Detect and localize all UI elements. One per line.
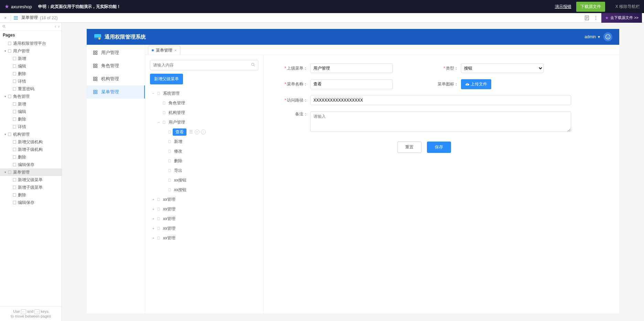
path-input[interactable]	[310, 95, 571, 105]
more-icon[interactable]	[593, 15, 599, 21]
page-tree-item[interactable]: 重置密码	[0, 85, 62, 93]
page-tree-item[interactable]: 删除	[0, 70, 62, 77]
doc-icon	[157, 92, 160, 95]
menu-tree-node[interactable]: 角色管理	[150, 98, 258, 108]
page-tree-label: 角色管理	[13, 93, 30, 100]
svg-rect-9	[13, 72, 16, 75]
new-parent-menu-button[interactable]: 新增父级菜单	[150, 74, 183, 84]
menu-tree-node[interactable]: 修改	[150, 146, 258, 156]
menu-tree-node[interactable]: −系统管理	[150, 89, 258, 98]
page-tree-item[interactable]: 编辑	[0, 108, 62, 115]
page-tree-item[interactable]: ▾角色管理	[0, 93, 62, 100]
brand-logo[interactable]: axureshop	[4, 4, 32, 9]
remove-nav-link[interactable]: X 移除导航栏	[615, 4, 640, 10]
add-icon[interactable]: +	[195, 130, 200, 134]
page-tree-label: 新增父级机构	[18, 138, 43, 146]
avatar[interactable]	[603, 32, 612, 41]
page-tree-item[interactable]: 编辑	[0, 62, 62, 70]
expand-icon[interactable]: +	[151, 207, 155, 211]
expand-icon[interactable]: +	[151, 236, 155, 240]
menu-tree-label: xx管理	[162, 225, 177, 232]
type-select[interactable]: 按钮	[461, 63, 544, 73]
menu-tree-node[interactable]: 新增	[150, 137, 258, 146]
page-tree-item[interactable]: 新增	[0, 100, 62, 108]
tab-close-icon[interactable]: ×	[174, 48, 176, 52]
star-icon	[605, 16, 609, 20]
parent-menu-input[interactable]	[310, 63, 393, 73]
menu-tree-node[interactable]: 导出	[150, 166, 258, 175]
page-tree-item[interactable]: 详情	[0, 123, 62, 131]
page-tree-item[interactable]: ▾用户管理	[0, 47, 62, 55]
tree-search-input[interactable]	[150, 60, 258, 70]
page-tree-item[interactable]: 通用权限管理平台	[0, 40, 62, 47]
page-tree-item[interactable]: 新增子级机构	[0, 146, 62, 153]
sidenav-item[interactable]: 机构管理	[87, 72, 145, 85]
report-link[interactable]: 演示报错	[555, 4, 571, 10]
page-tree-item[interactable]: ▾菜单管理	[0, 168, 62, 176]
menu-tree-node[interactable]: xx按钮	[150, 185, 258, 195]
menu-name-input[interactable]	[310, 80, 393, 89]
page-tree-label: 编辑	[18, 62, 26, 70]
download-source-button[interactable]: 下载源文件	[576, 2, 605, 12]
page-tree-label: 新增父级菜单	[18, 176, 43, 184]
search-icon[interactable]	[2, 24, 6, 29]
page-tree-item[interactable]: 新增	[0, 55, 62, 62]
prev-page-icon[interactable]: ‹	[55, 24, 56, 29]
note-icon[interactable]	[584, 15, 590, 21]
sidenav-item[interactable]: 角色管理	[87, 59, 145, 72]
menu-tree-label: xx按钮	[173, 177, 188, 184]
footer-text: to move between pages	[3, 314, 59, 318]
expand-icon[interactable]: −	[151, 92, 155, 95]
menu-tree-node[interactable]: +xx管理	[150, 214, 258, 224]
expand-icon[interactable]: +	[151, 217, 155, 221]
drag-icon[interactable]: ☰	[189, 130, 193, 134]
page-tree-item[interactable]: 删除	[0, 153, 62, 161]
page-tree-item[interactable]: 新增子级菜单	[0, 184, 62, 191]
page-tree-item[interactable]: 详情	[0, 77, 62, 85]
menu-tree-node[interactable]: −用户管理	[150, 117, 258, 127]
page-icon	[8, 49, 12, 53]
tab-active-dot	[152, 49, 154, 51]
page-tree-item[interactable]: 新增父级菜单	[0, 176, 62, 184]
remark-textarea[interactable]	[310, 111, 571, 132]
menu-tree-node[interactable]: 查看☰+−	[150, 127, 258, 137]
menu-icon[interactable]	[13, 15, 19, 21]
next-page-icon[interactable]: ›	[58, 24, 60, 29]
go-download-button[interactable]: 去下载源文件 >>	[601, 13, 642, 23]
page-tree-item[interactable]: 删除	[0, 115, 62, 123]
reset-button[interactable]: 重置	[397, 142, 421, 153]
page-tree-item[interactable]: 删除	[0, 191, 62, 199]
close-icon[interactable]: ×	[2, 15, 9, 20]
svg-rect-57	[169, 159, 171, 162]
tab-menu-management[interactable]: 菜单管理 ×	[148, 46, 180, 55]
remove-icon[interactable]: −	[201, 130, 206, 134]
page-tree-item[interactable]: ▾机构管理	[0, 131, 62, 138]
user-menu[interactable]: admin ▾	[584, 34, 600, 39]
page-tree-item[interactable]: 编辑保存	[0, 199, 62, 206]
svg-rect-5	[8, 42, 11, 45]
svg-rect-8	[13, 65, 16, 68]
search-icon[interactable]	[251, 62, 256, 67]
menu-tree-node[interactable]: 删除	[150, 156, 258, 166]
expand-icon[interactable]: +	[151, 227, 155, 230]
svg-point-49	[251, 63, 254, 65]
page-tree-item[interactable]: 编辑保存	[0, 161, 62, 168]
upload-button[interactable]: 上传文件	[461, 79, 491, 89]
sidenav-item[interactable]: 用户管理	[87, 46, 145, 59]
svg-rect-48	[96, 92, 97, 94]
menu-tree-node[interactable]: +xx管理	[150, 204, 258, 214]
expand-icon[interactable]: +	[151, 198, 155, 201]
page-tree-item[interactable]: 新增父级机构	[0, 138, 62, 146]
svg-rect-33	[94, 51, 95, 52]
pages-footer: Use ← and → keys to move between pages	[0, 306, 62, 321]
menu-tree-node[interactable]: xx按钮	[150, 175, 258, 185]
menu-tree-node[interactable]: +xx管理	[150, 224, 258, 233]
save-button[interactable]: 保存	[427, 142, 451, 153]
menu-tree-node[interactable]: 机构管理	[150, 108, 258, 117]
svg-rect-56	[169, 150, 171, 153]
menu-tree-node[interactable]: +xx管理	[150, 233, 258, 243]
menu-tree-node[interactable]: +xx管理	[150, 195, 258, 204]
expand-icon[interactable]: −	[157, 121, 161, 124]
sidenav-item[interactable]: 菜单管理	[87, 85, 145, 99]
page-tree-label: 通用权限管理平台	[13, 40, 46, 47]
